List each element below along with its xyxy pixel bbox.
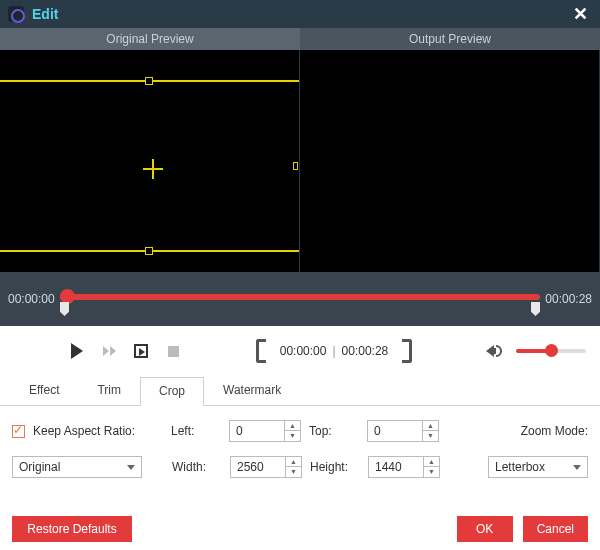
zoom-mode-value: Letterbox [495,460,545,474]
bracket-right-icon[interactable] [402,339,412,363]
step-frame-icon [134,344,148,358]
tab-bar: Effect Trim Crop Watermark [0,376,600,406]
volume-icon[interactable] [486,345,502,357]
tab-effect[interactable]: Effect [10,376,78,405]
top-spinner[interactable]: ▲▼ [422,421,438,441]
top-input[interactable]: 0▲▼ [367,420,439,442]
playback-controls: 00:00:00 | 00:00:28 [0,326,600,376]
close-icon[interactable]: ✕ [569,3,592,25]
title-bar: Edit ✕ [0,0,600,28]
footer: Restore Defaults OK Cancel [0,508,600,550]
keep-aspect-checkbox[interactable] [12,425,25,438]
app-logo-icon [8,6,24,22]
current-time: 00:00:00 [280,344,327,358]
original-preview-pane[interactable] [0,50,300,272]
tab-watermark[interactable]: Watermark [204,376,300,405]
preview-header: Original Preview Output Preview [0,28,600,50]
stop-icon [168,346,179,357]
left-input[interactable]: 0▲▼ [229,420,301,442]
output-preview-label: Output Preview [300,28,600,50]
volume-fill [516,349,548,353]
bracket-left-icon[interactable] [256,339,266,363]
chevron-down-icon [573,465,581,470]
play-icon [71,343,83,359]
left-label: Left: [171,424,221,438]
playhead-handle[interactable] [60,289,75,304]
chevron-down-icon[interactable]: ▼ [423,431,438,441]
original-preview-label: Original Preview [0,28,300,50]
ok-button[interactable]: OK [457,516,513,542]
total-time: 00:00:28 [342,344,389,358]
keep-aspect-label: Keep Aspect Ratio: [33,424,163,438]
crop-handle-right[interactable] [293,162,298,170]
chevron-up-icon[interactable]: ▲ [424,457,439,467]
aspect-select-value: Original [19,460,60,474]
step-button[interactable] [132,342,150,360]
left-spinner[interactable]: ▲▼ [284,421,300,441]
crop-handle-bottom[interactable] [145,247,153,255]
crop-panel: Keep Aspect Ratio: Left: 0▲▼ Top: 0▲▼ Zo… [0,406,600,502]
chevron-down-icon[interactable]: ▼ [424,467,439,477]
zoom-mode-select[interactable]: Letterbox [488,456,588,478]
tab-trim[interactable]: Trim [78,376,140,405]
width-label: Width: [172,460,222,474]
zoom-mode-label: Zoom Mode: [521,424,588,438]
timeline-start-time: 00:00:00 [8,292,55,306]
width-spinner[interactable]: ▲▼ [285,457,301,477]
volume-thumb[interactable] [545,344,558,357]
play-button[interactable] [68,342,86,360]
chevron-up-icon[interactable]: ▲ [423,421,438,431]
height-input[interactable]: 1440▲▼ [368,456,440,478]
stop-button[interactable] [164,342,182,360]
volume-slider[interactable] [516,349,586,353]
fast-forward-button[interactable] [100,342,118,360]
preview-area [0,50,600,272]
chevron-down-icon[interactable]: ▼ [286,467,301,477]
chevron-down-icon[interactable]: ▼ [285,431,300,441]
aspect-select[interactable]: Original [12,456,142,478]
height-spinner[interactable]: ▲▼ [423,457,439,477]
time-display: 00:00:00 | 00:00:28 [280,344,389,358]
top-label: Top: [309,424,359,438]
left-value: 0 [230,424,284,438]
trim-marker-end[interactable] [531,302,540,316]
timeline-track[interactable] [60,294,540,300]
chevron-up-icon[interactable]: ▲ [286,457,301,467]
window-title: Edit [32,6,58,22]
trim-marker-start[interactable] [60,302,69,316]
restore-defaults-button[interactable]: Restore Defaults [12,516,132,542]
width-value: 2560 [231,460,285,474]
height-label: Height: [310,460,360,474]
time-separator: | [332,344,335,358]
width-input[interactable]: 2560▲▼ [230,456,302,478]
crop-center-crosshair-icon[interactable] [146,162,160,176]
cancel-button[interactable]: Cancel [523,516,588,542]
tab-crop[interactable]: Crop [140,377,204,406]
top-value: 0 [368,424,422,438]
timeline: 00:00:00 00:00:28 [0,272,600,326]
fast-forward-icon [103,346,116,356]
timeline-end-time: 00:00:28 [545,292,592,306]
output-preview-pane [300,50,600,272]
chevron-down-icon [127,465,135,470]
height-value: 1440 [369,460,423,474]
crop-handle-top[interactable] [145,77,153,85]
chevron-up-icon[interactable]: ▲ [285,421,300,431]
